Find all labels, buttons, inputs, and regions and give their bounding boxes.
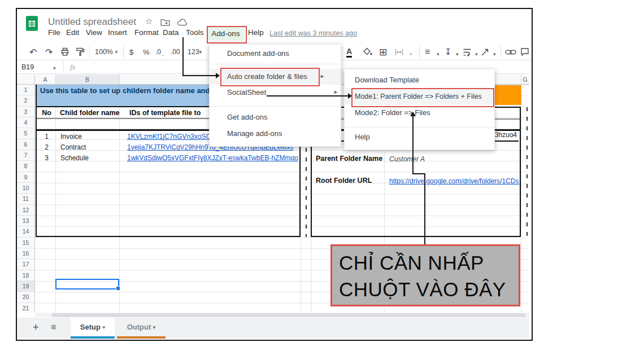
cell-folder-name[interactable]: Invoice: [56, 133, 124, 141]
column-header-g[interactable]: G: [521, 74, 529, 84]
menu-item-get-addons[interactable]: Get add-ons: [210, 109, 341, 125]
row-header[interactable]: 11: [17, 194, 34, 204]
cell-folder-name[interactable]: Contract: [56, 143, 124, 151]
row-header[interactable]: 1: [17, 85, 34, 95]
percent-format-icon[interactable]: %: [143, 46, 150, 58]
scrollbar-thumb[interactable]: [51, 313, 526, 317]
column-header-a[interactable]: A: [35, 74, 55, 84]
redo-icon[interactable]: ↷: [45, 46, 53, 58]
last-edit-link[interactable]: Last edit was 3 minutes ago: [269, 29, 357, 37]
vertical-align-icon[interactable]: ↧: [445, 46, 452, 58]
header-no[interactable]: No: [37, 109, 56, 117]
horizontal-align-icon[interactable]: ≡: [425, 46, 430, 58]
row-header[interactable]: 13: [17, 216, 34, 226]
row-header[interactable]: 8: [17, 161, 34, 172]
text-wrap-caret-icon[interactable]: ▾: [475, 49, 478, 60]
menu-view[interactable]: View: [86, 28, 102, 37]
tab-output-caret-icon[interactable]: ▾: [153, 324, 156, 330]
row-header[interactable]: 3: [17, 107, 34, 117]
insert-comment-icon[interactable]: [520, 46, 529, 58]
decrease-decimal-icon[interactable]: .0←: [155, 46, 166, 58]
row-header[interactable]: 21: [17, 303, 34, 313]
text-wrap-icon[interactable]: [463, 46, 472, 58]
row-header[interactable]: 12: [17, 205, 34, 216]
cloud-status-icon[interactable]: [177, 19, 188, 26]
select-all-corner[interactable]: [17, 74, 35, 85]
row-header[interactable]: 4: [17, 117, 34, 128]
v-align-caret-icon[interactable]: ▾: [456, 49, 459, 60]
menu-item-document-addons[interactable]: Document add-ons: [210, 46, 341, 62]
paint-format-icon[interactable]: [76, 46, 85, 58]
print-icon[interactable]: [60, 46, 69, 58]
header-child-folder[interactable]: Child folder name: [60, 109, 120, 117]
h-align-caret-icon[interactable]: ▾: [437, 49, 440, 60]
all-sheets-icon[interactable]: ≡: [51, 322, 56, 332]
menu-add-ons[interactable]: Add-ons: [207, 27, 245, 41]
borders-icon[interactable]: ⊞: [379, 46, 387, 58]
arrow-line: [182, 75, 216, 76]
cell-folder-name[interactable]: Schedule: [56, 154, 124, 162]
row-header[interactable]: 17: [17, 259, 34, 270]
cell-no[interactable]: 1: [37, 133, 56, 141]
fill-handle[interactable]: [116, 286, 120, 291]
cell-no[interactable]: 2: [37, 143, 56, 151]
horizontal-scrollbar[interactable]: [36, 313, 529, 317]
move-folder-icon[interactable]: [160, 19, 170, 26]
text-color-icon[interactable]: A: [346, 47, 352, 58]
fill-color-icon[interactable]: [363, 46, 372, 58]
merge-caret-icon[interactable]: ▾: [410, 49, 412, 60]
menu-edit[interactable]: Edit: [66, 28, 79, 37]
number-format-icon[interactable]: 123▾: [188, 46, 202, 58]
name-box[interactable]: B19: [21, 63, 34, 71]
root-folder-url[interactable]: https://drive.google.com/drive/folders/1…: [389, 177, 519, 185]
separator: [210, 64, 341, 64]
text-rotate-caret-icon[interactable]: ▾: [493, 49, 496, 60]
tab-setup[interactable]: Setup ▾: [71, 318, 115, 336]
row-header[interactable]: 2: [17, 95, 34, 106]
tab-output[interactable]: Output ▾: [117, 318, 166, 336]
spreadsheet-title[interactable]: Untitled spreadsheet: [48, 16, 136, 28]
menu-data[interactable]: Data: [163, 28, 179, 37]
name-box-caret-icon[interactable]: ▾: [53, 65, 56, 71]
menu-file[interactable]: File: [48, 28, 60, 37]
add-sheet-button[interactable]: +: [33, 322, 39, 334]
insert-link-icon[interactable]: [505, 46, 516, 58]
parent-folder-label[interactable]: Parent Folder Name: [316, 155, 382, 163]
text-rotate-icon[interactable]: [481, 46, 490, 58]
row-header[interactable]: 19: [17, 281, 34, 292]
column-header-b[interactable]: B: [55, 74, 119, 84]
menu-item-socialsheet[interactable]: SocialSheet: [210, 85, 341, 100]
submenu-item-help[interactable]: Help: [345, 129, 494, 145]
menu-insert[interactable]: Insert: [108, 28, 127, 37]
menu-format[interactable]: Format: [134, 28, 159, 37]
submenu-item-mode2[interactable]: Mode2: Folder => Files: [345, 105, 494, 121]
row-header[interactable]: 9: [17, 172, 34, 183]
row-header[interactable]: 18: [17, 270, 34, 281]
parent-folder-value[interactable]: Customer A: [389, 155, 425, 163]
submenu-arrow-icon: ►: [320, 73, 325, 79]
row-header[interactable]: 6: [17, 139, 34, 150]
row-header[interactable]: 16: [17, 248, 34, 259]
row-header[interactable]: 7: [17, 150, 34, 161]
currency-format-icon[interactable]: $: [129, 46, 133, 58]
menu-item-manage-addons[interactable]: Manage add-ons: [210, 126, 341, 142]
row-header[interactable]: 5: [17, 128, 34, 139]
root-folder-label[interactable]: Root Folder URL: [316, 177, 372, 185]
merge-cells-icon[interactable]: [394, 46, 404, 58]
sheets-logo-icon[interactable]: [26, 16, 38, 31]
row-header[interactable]: 10: [17, 183, 34, 194]
submenu-item-download-template[interactable]: Download Template: [345, 72, 494, 88]
cell-no[interactable]: 3: [37, 154, 56, 162]
undo-icon[interactable]: ↶: [29, 46, 37, 58]
selected-cell-b19[interactable]: [55, 279, 119, 289]
submenu-item-mode1[interactable]: Mode1: Parent Folder => Folders + Files: [345, 88, 494, 105]
star-icon[interactable]: ☆: [145, 16, 153, 27]
row-header[interactable]: 20: [17, 292, 34, 302]
zoom-select[interactable]: 100% ▾: [95, 46, 118, 58]
menu-tools[interactable]: Tools: [186, 28, 204, 37]
row-header[interactable]: 15: [17, 238, 34, 248]
cell-template-file-link[interactable]: 1wkVdSdiwO5xVGFxtFIy8XJZxT-eswkaTwbEB-hZ…: [124, 154, 299, 162]
menu-help[interactable]: Help: [248, 28, 264, 37]
row-header[interactable]: 14: [17, 226, 34, 237]
tab-setup-caret-icon[interactable]: ▾: [103, 324, 106, 330]
